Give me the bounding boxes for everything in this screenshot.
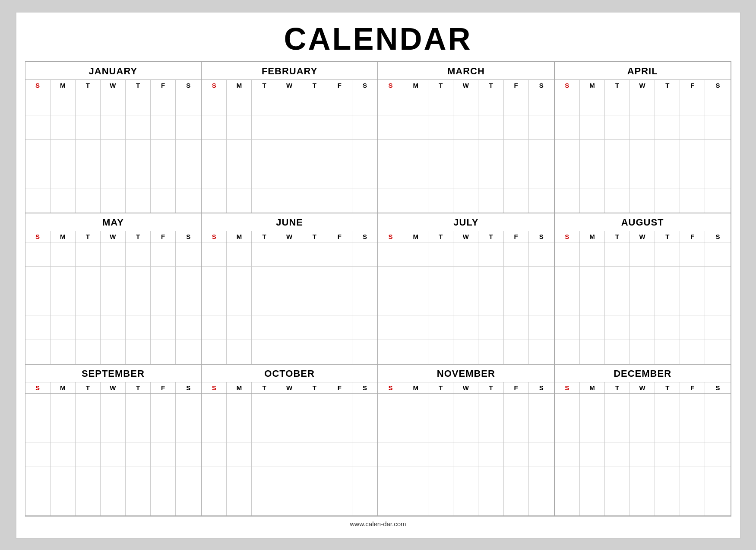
- day-cell: [705, 394, 730, 417]
- day-cell: [580, 267, 605, 290]
- day-cell: [478, 188, 503, 212]
- day-cell: [555, 140, 580, 163]
- week-row: [555, 164, 731, 188]
- day-cell: [504, 291, 529, 315]
- day-cell: [327, 140, 352, 163]
- month-block-november: NOVEMBERSMTWTFS: [378, 365, 555, 515]
- day-cell: [176, 315, 201, 339]
- day-cell: [51, 315, 76, 339]
- day-cell: [202, 315, 227, 339]
- page-title: CALENDAR: [25, 17, 731, 62]
- day-cell: [227, 467, 252, 491]
- day-cell: [403, 491, 428, 515]
- day-cell: [76, 242, 101, 266]
- day-cell: [252, 291, 277, 315]
- day-cell: [25, 491, 51, 515]
- week-row: [25, 140, 201, 164]
- day-header-t-2: T: [428, 231, 453, 242]
- day-header-f-5: F: [504, 80, 529, 91]
- day-headers-october: SMTWTFS: [202, 382, 377, 394]
- weeks-april: [555, 91, 731, 213]
- month-name-november: NOVEMBER: [378, 365, 554, 382]
- day-cell: [478, 491, 503, 515]
- day-cell: [202, 164, 227, 188]
- day-cell: [151, 315, 176, 339]
- day-cell: [478, 115, 503, 139]
- day-cell: [51, 91, 76, 115]
- day-cell: [680, 394, 705, 417]
- day-header-t-2: T: [76, 80, 101, 91]
- day-cell: [555, 91, 580, 115]
- day-cell: [252, 140, 277, 163]
- day-cell: [504, 267, 529, 290]
- day-cell: [428, 242, 453, 266]
- week-row: [25, 267, 201, 291]
- day-cell: [378, 418, 403, 442]
- day-cell: [378, 267, 403, 290]
- day-cell: [352, 91, 377, 115]
- day-cell: [252, 91, 277, 115]
- day-header-m-1: M: [51, 80, 76, 91]
- day-header-s-6: S: [176, 382, 201, 393]
- day-header-s-0: S: [25, 231, 51, 242]
- day-cell: [555, 267, 580, 290]
- day-cell: [403, 442, 428, 466]
- week-row: [202, 291, 377, 315]
- day-cell: [252, 188, 277, 212]
- day-cell: [555, 115, 580, 139]
- day-cell: [176, 91, 201, 115]
- day-cell: [453, 467, 478, 491]
- day-cell: [605, 164, 630, 188]
- day-cell: [605, 315, 630, 339]
- week-row: [555, 188, 731, 212]
- day-cell: [655, 491, 680, 515]
- day-cell: [277, 315, 302, 339]
- day-cell: [655, 315, 680, 339]
- day-cell: [680, 340, 705, 364]
- day-cell: [680, 418, 705, 442]
- day-cell: [327, 242, 352, 266]
- day-headers-february: SMTWTFS: [202, 80, 377, 91]
- day-cell: [555, 242, 580, 266]
- day-cell: [76, 188, 101, 212]
- day-cell: [680, 267, 705, 290]
- day-cell: [453, 291, 478, 315]
- month-name-august: AUGUST: [555, 213, 731, 231]
- week-row: [25, 242, 201, 267]
- day-header-t-2: T: [428, 382, 453, 393]
- day-cell: [504, 91, 529, 115]
- day-cell: [151, 242, 176, 266]
- day-cell: [51, 164, 76, 188]
- day-cell: [176, 491, 201, 515]
- day-cell: [555, 442, 580, 466]
- day-cell: [25, 442, 51, 466]
- day-cell: [630, 467, 655, 491]
- day-cell: [25, 267, 51, 290]
- day-cell: [529, 267, 554, 290]
- day-cell: [478, 164, 503, 188]
- day-header-w-3: W: [630, 80, 655, 91]
- day-cell: [352, 442, 377, 466]
- day-cell: [605, 467, 630, 491]
- week-row: [202, 418, 377, 442]
- day-cell: [352, 467, 377, 491]
- day-cell: [630, 291, 655, 315]
- day-header-s-6: S: [705, 382, 730, 393]
- day-cell: [529, 467, 554, 491]
- day-cell: [428, 188, 453, 212]
- day-cell: [580, 164, 605, 188]
- day-cell: [126, 188, 151, 212]
- week-row: [555, 267, 731, 291]
- day-header-s-6: S: [705, 80, 730, 91]
- week-row: [378, 467, 554, 491]
- day-cell: [126, 140, 151, 163]
- day-cell: [101, 467, 126, 491]
- day-cell: [580, 291, 605, 315]
- day-cell: [580, 140, 605, 163]
- day-cell: [151, 91, 176, 115]
- day-cell: [630, 164, 655, 188]
- day-cell: [453, 115, 478, 139]
- day-cell: [352, 315, 377, 339]
- day-cell: [25, 91, 51, 115]
- day-cell: [352, 394, 377, 417]
